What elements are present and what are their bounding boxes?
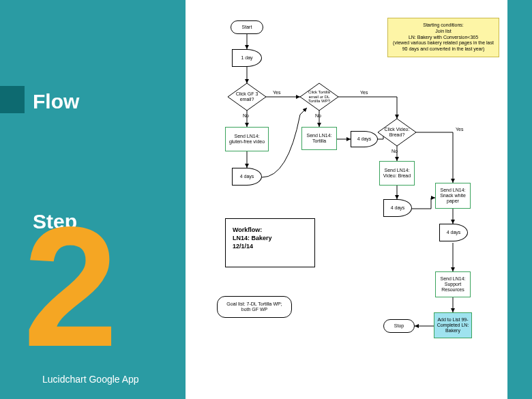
decision-bread: Click Video: Bread? [378,119,416,146]
right-strip [507,0,532,399]
wf-line: LN14: Bakery [233,234,308,242]
process-gf-video: Send LN14: gluten-free video [225,127,269,151]
stage: Flow Step 2 Lucidchart Google App Starti… [0,0,532,399]
process-text: Send LN14: gluten-free video [227,134,267,145]
note-line: LN: Bakery with Conversion<365 [392,35,494,41]
edge-yes: Yes [273,90,280,95]
edge-no: No [391,149,398,153]
step-number: 2 [23,202,110,372]
edge-no: No [243,113,249,118]
decision-label: Click Video: Bread? [378,119,416,146]
process-snack: Send LN14: Snack white paper [435,183,471,209]
note-line: (viewed various bakery related pages in … [392,40,494,46]
note-line: 90 days and converted in the last year) [392,46,494,53]
flow-accent [0,86,25,113]
edge-yes: Yes [456,127,463,132]
process-add-list: Add to List 99-Completed LN: Bakery [434,312,472,338]
edge-no: No [315,113,321,118]
decision-tortilla: Click Tortilla email or DL Tortilla WP? [300,83,338,110]
decision-label: Click Tortilla email or DL Tortilla WP? [300,83,338,110]
delay-4days-bread: 4 days [383,199,412,217]
process-tortilla: Send LN14: Tortilla [301,127,337,150]
flow-title: Flow [33,90,79,113]
left-panel: Flow Step 2 Lucidchart Google App [0,0,186,399]
wf-line: 12/1/14 [233,242,308,250]
flowchart-canvas: Starting conditions: Join list LN: Baker… [186,0,507,399]
decision-gf-email: Click GF 3 email? [228,83,266,110]
stop-node: Stop [383,319,415,333]
goal-node: Goal list: 7-DL Tortilla WP; both GF WP [217,296,292,318]
delay-4days-snack: 4 days [439,224,468,241]
wf-line: Workflow: [233,226,308,234]
delay-4days-gf: 4 days [232,168,262,186]
starting-conditions-note: Starting conditions: Join list LN: Baker… [387,18,499,57]
note-line: Starting conditions: [392,23,494,29]
delay-4days-tortilla: 4 days [351,131,378,147]
process-support: Send LN14: Support Resources [435,271,471,297]
workflow-title-box: Workflow: LN14: Bakery 12/1/14 [225,218,315,267]
decision-label: Click GF 3 email? [228,83,266,110]
app-name: Lucidchart Google App [42,374,139,385]
note-line: Join list [392,29,494,35]
start-node: Start [231,20,263,34]
process-bread: Send LN14: Video: Bread [379,161,415,186]
delay-1day: 1 day [232,49,262,67]
edge-yes: Yes [360,90,368,95]
